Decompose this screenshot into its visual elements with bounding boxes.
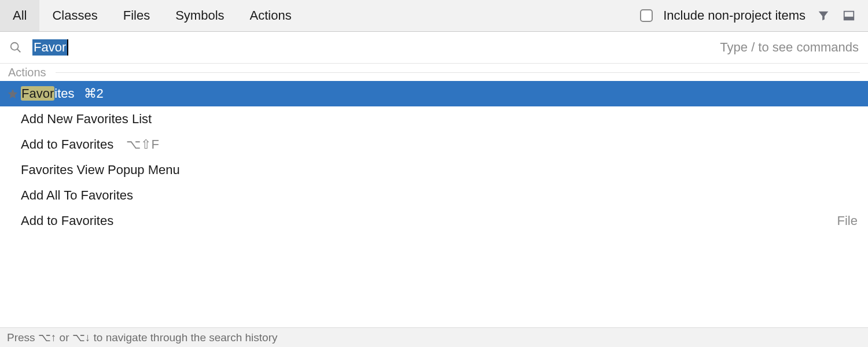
result-label: Add All To Favorites bbox=[21, 188, 133, 203]
result-shortcut: ⌥⇧F bbox=[119, 137, 159, 152]
result-row[interactable]: Favorites ⌘2 bbox=[0, 81, 868, 106]
svg-point-2 bbox=[11, 43, 19, 50]
tab-all[interactable]: All bbox=[0, 0, 39, 31]
tab-files[interactable]: Files bbox=[111, 0, 163, 31]
tab-actions[interactable]: Actions bbox=[237, 0, 304, 31]
svg-line-3 bbox=[17, 49, 21, 53]
search-tabs: All Classes Files Symbols Actions Includ… bbox=[0, 0, 868, 32]
section-header-actions: Actions bbox=[0, 64, 868, 81]
svg-rect-1 bbox=[844, 17, 854, 20]
result-label: Favorites View Popup Menu bbox=[21, 163, 180, 178]
search-input[interactable]: Favor bbox=[32, 39, 720, 56]
footer-text: Press ⌥↑ or ⌥↓ to navigate through the s… bbox=[7, 331, 278, 344]
star-icon bbox=[5, 88, 21, 99]
include-nonproject-label: Include non-project items bbox=[663, 8, 806, 23]
search-hint: Type / to see commands bbox=[720, 40, 859, 55]
result-label: Add New Favorites List bbox=[21, 112, 152, 127]
section-divider bbox=[56, 72, 860, 73]
results-list: Favorites ⌘2 Add New Favorites List Add … bbox=[0, 81, 868, 234]
window-icon[interactable] bbox=[841, 8, 856, 23]
search-query-text: Favor bbox=[32, 39, 67, 56]
search-row: Favor Type / to see commands bbox=[0, 32, 868, 64]
search-icon bbox=[9, 41, 22, 54]
tab-classes[interactable]: Classes bbox=[39, 0, 110, 31]
result-context: File bbox=[837, 213, 868, 228]
text-caret bbox=[67, 39, 68, 56]
tab-symbols[interactable]: Symbols bbox=[163, 0, 237, 31]
section-header-label: Actions bbox=[8, 66, 46, 79]
result-row[interactable]: Add All To Favorites bbox=[0, 183, 868, 208]
footer-hint: Press ⌥↑ or ⌥↓ to navigate through the s… bbox=[0, 327, 868, 347]
result-label: Favorites bbox=[21, 86, 75, 101]
result-shortcut: ⌘2 bbox=[80, 86, 104, 101]
result-label: Add to Favorites bbox=[21, 213, 113, 228]
filter-icon[interactable] bbox=[816, 8, 831, 23]
result-row[interactable]: Add to Favorites File bbox=[0, 208, 868, 234]
include-nonproject-checkbox[interactable] bbox=[640, 9, 653, 22]
result-row[interactable]: Add to Favorites ⌥⇧F bbox=[0, 132, 868, 157]
result-row[interactable]: Add New Favorites List bbox=[0, 106, 868, 132]
result-label: Add to Favorites bbox=[21, 137, 113, 152]
result-row[interactable]: Favorites View Popup Menu bbox=[0, 157, 868, 183]
